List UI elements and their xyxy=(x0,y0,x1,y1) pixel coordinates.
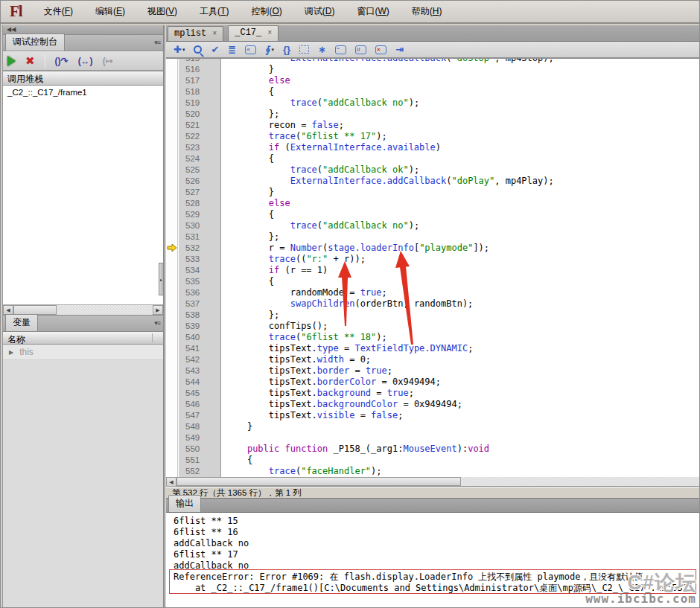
debug-toolbar: ✖()↷(↔)(↦ xyxy=(3,51,163,71)
collapse-selection-button[interactable] xyxy=(299,45,309,54)
code-line-549: 549 xyxy=(166,432,700,444)
menu-window[interactable]: 窗口(W) xyxy=(346,1,400,22)
menu-file[interactable]: 文件(F) xyxy=(33,1,84,22)
error-highlight-box xyxy=(169,569,696,594)
code-line-520: 520 }; xyxy=(166,109,700,120)
code-line-519: 519 trace("addCallback no"); xyxy=(166,97,700,109)
code-line-521: 521 recon = false; xyxy=(166,120,700,131)
code-line-540: 540 trace("6flist ** 18"); xyxy=(166,332,700,343)
collapse-icon[interactable]: ◀◀ xyxy=(7,26,16,33)
code-line-517: 517 else xyxy=(166,75,700,86)
menu-control[interactable]: 控制(O) xyxy=(240,1,293,22)
execution-arrow-icon xyxy=(167,243,177,252)
tab-mplist[interactable]: mplist× xyxy=(168,26,223,41)
panel-splitter-handle[interactable]: ▸ xyxy=(159,263,164,295)
script-toolbar: ✚▾✔≣«∮▾{}∗“//×⇥ xyxy=(166,42,700,59)
panel-menu-icon[interactable]: ▾≡ xyxy=(154,39,160,46)
apply-block-comment-button[interactable]: “ xyxy=(335,45,346,54)
scroll-track[interactable] xyxy=(461,477,700,486)
callstack-item[interactable]: _C2_::_C17_/frame1 xyxy=(3,86,163,99)
remove-comment-button[interactable]: × xyxy=(375,45,386,54)
code-line-523: 523 if (ExternalInterface.available) xyxy=(166,142,700,153)
variables-tabbar: 变量 ▾≡ xyxy=(3,316,163,332)
scroll-track[interactable] xyxy=(57,305,153,315)
panel-menu-icon[interactable]: ▾≡ xyxy=(154,319,160,327)
code-line-543: 543 tipsText.border = true; xyxy=(166,365,700,377)
callstack-list: _C2_::_C17_/frame1 xyxy=(3,86,163,305)
code-line-547: 547 tipsText.visible = false; xyxy=(166,410,700,421)
show-code-hint-button[interactable]: « xyxy=(245,45,256,54)
code-line-532: 532 r = Number(stage.loaderInfo["playmod… xyxy=(166,243,700,254)
code-line-541: 541 tipsText.type = TextFieldType.DYNAMI… xyxy=(166,343,700,354)
scroll-thumb[interactable] xyxy=(176,477,461,486)
code-line-537: 537 swapChildren(orderBtn, randomBtn); xyxy=(166,298,700,310)
close-tab-icon[interactable]: × xyxy=(212,30,217,38)
scroll-left-arrow-icon[interactable]: ◀ xyxy=(166,477,176,487)
step-over-button[interactable]: ()↷ xyxy=(55,56,69,66)
add-script-item-button[interactable]: ✚▾ xyxy=(174,44,185,56)
expander-icon[interactable]: ▶ xyxy=(9,349,13,356)
tab-output[interactable]: 输出 xyxy=(168,495,201,512)
check-syntax-button[interactable]: ✔ xyxy=(211,44,219,56)
code-line-527: 527 } xyxy=(166,187,700,198)
code-line-552: 552 trace("faceHandler"); xyxy=(166,466,700,477)
find-replace-button[interactable] xyxy=(194,45,202,54)
scroll-right-arrow-icon[interactable]: ▶ xyxy=(153,305,163,315)
menu-help[interactable]: 帮助(H) xyxy=(401,1,454,22)
output-tabbar: 输出 xyxy=(166,498,700,513)
show-toolbox-button[interactable]: ⇥ xyxy=(395,44,404,56)
close-tab-icon[interactable]: × xyxy=(267,29,272,37)
code-line-536: 536 randomMode = true; xyxy=(166,287,700,298)
code-line-550: 550 public function _P158_(_arg1:MouseEv… xyxy=(166,444,700,455)
code-line-528: 528 else xyxy=(166,198,700,209)
code-line-539: 539 confTips(); xyxy=(166,321,700,332)
editor-hscrollbar[interactable]: ◀ xyxy=(166,477,700,487)
tab-debug-console[interactable]: 调试控制台 xyxy=(5,33,65,51)
tab-variables[interactable]: 变量 xyxy=(5,314,38,331)
menu-view[interactable]: 视图(V) xyxy=(136,1,188,22)
code-line-534: 534 if (r == 1) xyxy=(166,265,700,276)
code-line-533: 533 trace(("r:" + r)); xyxy=(166,254,700,265)
menu-tools[interactable]: 工具(T) xyxy=(188,1,240,22)
code-line-515: 515 ExternalInterface.addCallback("doSto… xyxy=(166,59,700,64)
code-line-522: 522 trace("6flist ** 17"); xyxy=(166,131,700,142)
code-line-538: 538 }; xyxy=(166,310,700,321)
column-divider[interactable] xyxy=(152,333,153,342)
code-line-531: 531 }; xyxy=(166,231,700,243)
flash-logo: Fl xyxy=(1,2,33,21)
code-line-546: 546 tipsText.backgroundColor = 0x949494; xyxy=(166,399,700,410)
editor-statusbar: 第 532 行（共 1365 行），第 1 列 xyxy=(166,487,700,498)
name-column-label: 名称 xyxy=(7,334,25,345)
flash-debug-window: { "menubar": { "logo": "Fl", "items": [ … xyxy=(0,0,700,608)
code-line-525: 525 trace("addCallback ok"); xyxy=(166,164,700,176)
end-debug-session-button[interactable]: ✖ xyxy=(25,56,35,66)
continue-button[interactable] xyxy=(7,56,16,66)
callstack-header: 调用堆栈 xyxy=(3,71,163,86)
code-line-548: 548 } xyxy=(166,421,700,432)
script-window: mplist×_C17_× ✚▾✔≣«∮▾{}∗“//×⇥ 515 Extern… xyxy=(166,25,700,498)
debug-console-tabbar: 调试控制台 ▾≡ xyxy=(3,35,163,51)
apply-line-comment-button[interactable]: // xyxy=(355,45,366,54)
output-panel: 输出 6flist ** 156flist ** 16addCallback n… xyxy=(166,498,700,608)
collapse-between-braces-button[interactable]: {} xyxy=(283,44,290,56)
code-line-535: 535 { xyxy=(166,276,700,287)
separator xyxy=(45,54,45,68)
code-editor[interactable]: 515 ExternalInterface.addCallback("doSto… xyxy=(166,59,700,477)
debug-options-button[interactable]: ∮▾ xyxy=(265,44,274,56)
variables-list: ▶ this xyxy=(3,345,163,607)
code-line-524: 524 { xyxy=(166,153,700,164)
code-line-526: 526 ExternalInterface.addCallback("doPla… xyxy=(166,176,700,187)
variables-name-header: 名称 xyxy=(3,332,163,345)
step-out-button[interactable]: (↦ xyxy=(103,56,113,66)
menu-debug[interactable]: 调试(D) xyxy=(293,1,346,22)
auto-format-button[interactable]: ≣ xyxy=(228,44,236,56)
tab-c17[interactable]: _C17_× xyxy=(228,25,279,41)
code-line-516: 516 } xyxy=(166,64,700,75)
code-line-551: 551 { xyxy=(166,455,700,466)
step-in-button[interactable]: (↔) xyxy=(78,56,93,66)
code-line-544: 544 tipsText.borderColor = 0x949494; xyxy=(166,377,700,388)
variable-row-this[interactable]: ▶ this xyxy=(3,345,163,360)
menu-items: 文件(F)编辑(E)视图(V)工具(T)控制(O)调试(D)窗口(W)帮助(H) xyxy=(33,1,454,22)
expand-all-button[interactable]: ∗ xyxy=(318,44,326,56)
menu-edit[interactable]: 编辑(E) xyxy=(84,1,136,22)
